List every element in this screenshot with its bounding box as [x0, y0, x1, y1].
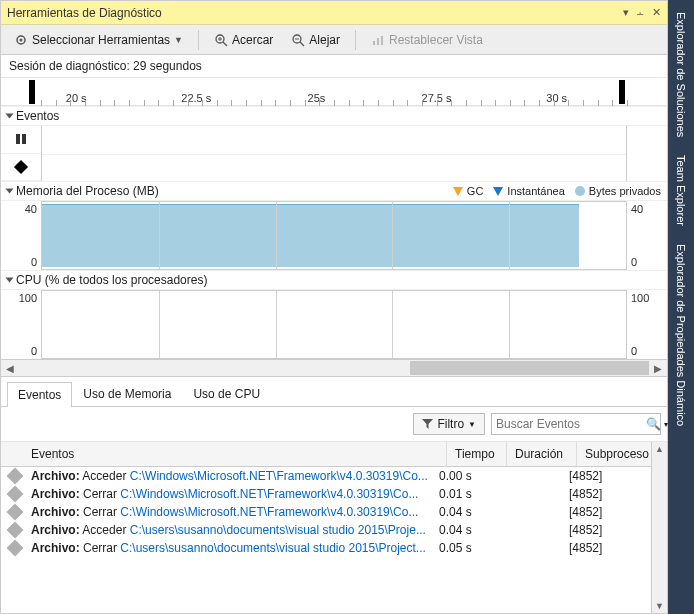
table-row[interactable]: Archivo: Cerrar C:\Windows\Microsoft.NET… [1, 485, 667, 503]
diamond-icon [7, 540, 24, 557]
collapse-icon [6, 114, 14, 119]
tab-events[interactable]: Eventos [7, 382, 72, 407]
cpu-graph: 1000 1000 [1, 289, 667, 359]
memory-lane-header[interactable]: Memoria del Proceso (MB) GC Instantánea … [1, 181, 667, 200]
dropdown-icon[interactable]: ▾ [623, 6, 629, 19]
pause-icon [15, 133, 27, 145]
session-label: Sesión de diagnóstico: 29 segundos [1, 55, 667, 78]
col-time[interactable]: Tiempo [447, 442, 507, 466]
zoom-in-button[interactable]: Acercar [207, 29, 280, 51]
separator [198, 30, 199, 50]
funnel-icon [422, 419, 433, 430]
col-events[interactable]: Eventos [1, 442, 447, 466]
zoom-out-label: Alejar [309, 33, 340, 47]
reset-view-icon [371, 33, 385, 47]
toolbar: Seleccionar Herramientas ▼ Acercar Aleja… [1, 25, 667, 55]
legend-gc: GC [453, 185, 484, 197]
event-text: Archivo: Acceder C:\users\susanno\docume… [31, 523, 439, 537]
side-tab-dynamic-properties[interactable]: Explorador de Propiedades Dinámico [672, 236, 690, 434]
file-path-link[interactable]: C:\users\susanno\documents\visual studio… [120, 541, 426, 555]
svg-line-3 [223, 42, 227, 46]
events-lane-header[interactable]: Eventos [1, 106, 667, 125]
event-text: Archivo: Acceder C:\Windows\Microsoft.NE… [31, 469, 439, 483]
events-grid: Eventos Tiempo Duración Subproceso Archi… [1, 442, 667, 613]
cell-time: 0.05 s [439, 541, 499, 555]
svg-rect-9 [373, 41, 375, 45]
close-icon[interactable]: ✕ [652, 6, 661, 19]
file-path-link[interactable]: C:\Windows\Microsoft.NET\Framework\v4.0.… [120, 487, 418, 501]
filter-bar: Filtro ▼ 🔍 ▾ [1, 407, 667, 442]
ruler-tick: 30 s [546, 92, 567, 104]
cpu-lane-header[interactable]: CPU (% de todos los procesadores) [1, 270, 667, 289]
cpu-axis-max: 100 [19, 292, 37, 304]
col-duration[interactable]: Duración [507, 442, 577, 466]
search-field[interactable] [496, 417, 646, 431]
collapse-icon [6, 189, 14, 194]
timeline-ruler[interactable]: 20 s22.5 s25s27.5 s30 s [1, 78, 667, 106]
title-bar: Herramientas de Diagnóstico ▾ ⫠ ✕ [1, 1, 667, 25]
gear-icon [14, 33, 28, 47]
memory-fill [42, 204, 579, 267]
search-events-input[interactable]: 🔍 ▾ [491, 413, 661, 435]
cell-thread: [4852] [569, 487, 659, 501]
file-path-link[interactable]: C:\Windows\Microsoft.NET\Framework\v4.0.… [120, 505, 418, 519]
tab-memory[interactable]: Uso de Memoria [72, 381, 182, 406]
side-tab-solution-explorer[interactable]: Explorador de Soluciones [672, 4, 690, 145]
svg-rect-13 [22, 134, 26, 144]
cell-thread: [4852] [569, 469, 659, 483]
scroll-left-icon[interactable]: ◀ [1, 363, 19, 374]
diamond-icon [7, 468, 24, 485]
event-text: Archivo: Cerrar C:\Windows\Microsoft.NET… [31, 487, 439, 501]
detail-tabs: Eventos Uso de Memoria Uso de CPU [1, 381, 667, 407]
horizontal-scrollbar[interactable]: ◀ ▶ [1, 359, 667, 377]
cell-thread: [4852] [569, 505, 659, 519]
table-row[interactable]: Archivo: Acceder C:\users\susanno\docume… [1, 521, 667, 539]
collapsed-side-panels: Explorador de Soluciones Team Explorer E… [668, 0, 694, 614]
scroll-right-icon[interactable]: ▶ [649, 363, 667, 374]
file-path-link[interactable]: C:\Windows\Microsoft.NET\Framework\v4.0.… [130, 469, 428, 483]
diamond-icon [7, 522, 24, 539]
cell-time: 0.01 s [439, 487, 499, 501]
svg-rect-12 [16, 134, 20, 144]
diamond-icon [7, 504, 24, 521]
range-end-marker[interactable] [619, 80, 625, 104]
reset-view-label: Restablecer Vista [389, 33, 483, 47]
search-icon[interactable]: 🔍 [646, 417, 661, 431]
filter-button[interactable]: Filtro ▼ [413, 413, 485, 435]
tab-cpu[interactable]: Uso de CPU [182, 381, 271, 406]
separator [355, 30, 356, 50]
ruler-tick: 22.5 s [181, 92, 211, 104]
memory-lane-label: Memoria del Proceso (MB) [16, 184, 159, 198]
pin-icon[interactable]: ⫠ [635, 6, 646, 19]
diamond-icon [7, 486, 24, 503]
scroll-up-icon[interactable]: ▲ [655, 444, 664, 454]
reset-view-button[interactable]: Restablecer Vista [364, 29, 490, 51]
legend-bytes: Bytes privados [575, 185, 661, 197]
svg-rect-10 [377, 38, 379, 45]
table-row[interactable]: Archivo: Cerrar C:\Windows\Microsoft.NET… [1, 503, 667, 521]
side-tab-team-explorer[interactable]: Team Explorer [672, 147, 690, 234]
events-lane [1, 125, 667, 181]
table-row[interactable]: Archivo: Cerrar C:\users\susanno\documen… [1, 539, 667, 557]
select-tools-label: Seleccionar Herramientas [32, 33, 170, 47]
scroll-down-icon[interactable]: ▼ [655, 601, 664, 611]
cell-time: 0.04 s [439, 505, 499, 519]
diamond-icon [14, 160, 28, 174]
svg-line-7 [300, 42, 304, 46]
window-title: Herramientas de Diagnóstico [7, 6, 623, 20]
events-lane-label: Eventos [16, 109, 59, 123]
vertical-scrollbar[interactable]: ▲▼ [651, 442, 667, 613]
mem-axis-min: 0 [31, 256, 37, 268]
zoom-in-icon [214, 33, 228, 47]
cpu-axis-min: 0 [31, 345, 37, 357]
select-tools-button[interactable]: Seleccionar Herramientas ▼ [7, 29, 190, 51]
memory-graph: 400 400 [1, 200, 667, 270]
file-path-link[interactable]: C:\users\susanno\documents\visual studio… [130, 523, 426, 537]
ruler-tick: 25s [308, 92, 326, 104]
zoom-out-button[interactable]: Alejar [284, 29, 347, 51]
scroll-thumb[interactable] [410, 361, 649, 375]
table-row[interactable]: Archivo: Acceder C:\Windows\Microsoft.NE… [1, 467, 667, 485]
cell-time: 0.00 s [439, 469, 499, 483]
legend-snapshot: Instantánea [493, 185, 565, 197]
range-start-marker[interactable] [29, 80, 35, 104]
